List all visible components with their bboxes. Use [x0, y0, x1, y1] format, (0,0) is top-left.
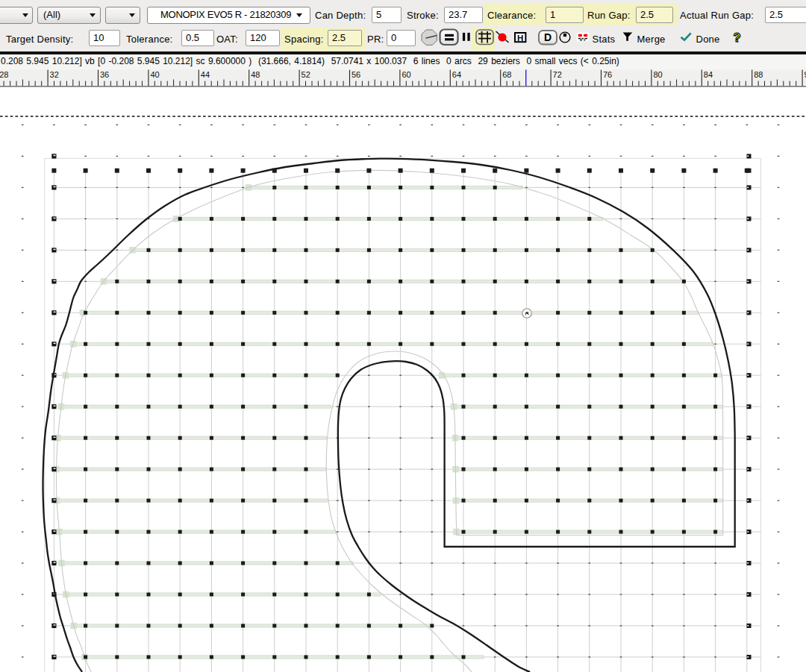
svg-text:56: 56	[352, 70, 360, 79]
svg-text:88: 88	[754, 70, 763, 79]
svg-text:52: 52	[302, 70, 310, 79]
svg-text:76: 76	[603, 70, 612, 79]
svg-text:28: 28	[0, 70, 8, 79]
svg-text:80: 80	[653, 70, 662, 79]
svg-text:84: 84	[704, 70, 713, 79]
svg-text:60: 60	[402, 70, 410, 79]
svg-text:40: 40	[150, 70, 159, 79]
svg-text:68: 68	[502, 70, 511, 79]
svg-text:32: 32	[50, 70, 59, 79]
svg-text:72: 72	[553, 70, 562, 79]
svg-text:36: 36	[100, 70, 109, 79]
svg-text:48: 48	[251, 70, 260, 79]
svg-text:44: 44	[201, 70, 210, 79]
svg-text:64: 64	[452, 70, 461, 79]
